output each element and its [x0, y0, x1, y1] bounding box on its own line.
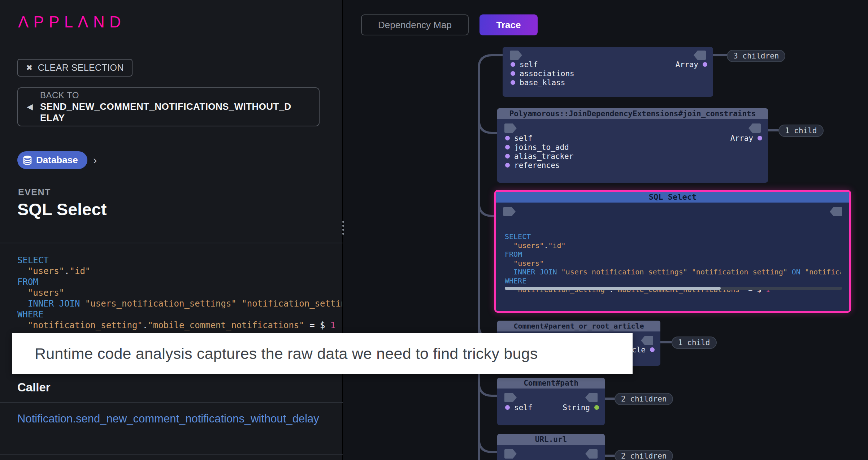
children-badge[interactable]: 2 children [615, 393, 673, 405]
sql-scrollbar-thumb[interactable] [505, 287, 721, 290]
return-type-label: String [563, 403, 590, 412]
param-label: references [514, 161, 560, 170]
param-label: alias_tracker [514, 152, 573, 161]
trace-node-comment-path[interactable]: Comment#path self String [497, 378, 605, 425]
sidebar: ΛPPLΛND ✖ CLEAR SELECTION ◀ BACK TO SEND… [0, 0, 343, 460]
clear-selection-label: CLEAR SELECTION [38, 62, 124, 73]
collapse-right-tag-icon[interactable] [694, 51, 706, 60]
node-header: Comment#path [497, 378, 605, 389]
param-label: base_klass [520, 78, 565, 87]
collapse-right-tag-icon[interactable] [585, 393, 598, 402]
param-label: self [514, 134, 533, 143]
param-dot-icon [505, 154, 510, 159]
divider [0, 454, 343, 455]
appland-logo: ΛPPLΛND [18, 13, 126, 31]
event-label: EVENT [18, 187, 51, 198]
sql-query-text: SELECT "users"."id"FROM "users" INNER JO… [505, 232, 841, 296]
children-badge[interactable]: 1 child [778, 125, 824, 137]
collapse-right-tag-icon[interactable] [585, 449, 598, 459]
param-label: self [520, 60, 538, 69]
collapse-right-tag-icon[interactable] [748, 123, 761, 133]
children-badge[interactable]: 1 child [672, 337, 717, 349]
collapse-left-tag-icon[interactable] [510, 51, 522, 60]
param-dot-icon [505, 405, 510, 410]
param-label: associations [520, 69, 574, 78]
node-header: URL.url [497, 434, 605, 445]
collapse-left-tag-icon[interactable] [503, 207, 516, 216]
return-type-label: Array [676, 60, 698, 69]
return-type-label: Array [730, 134, 753, 143]
param-dot-icon [505, 145, 510, 149]
back-to-target-label: SEND_NEW_COMMENT_NOTIFICATIONS_WITHOUT_D… [40, 101, 293, 123]
node-header: SQL Select [496, 192, 849, 203]
collapse-left-tag-icon[interactable] [504, 123, 517, 133]
param-dot-icon [505, 136, 510, 140]
breadcrumb-chevron-icon: › [93, 153, 97, 167]
back-to-button[interactable]: ◀ BACK TO SEND_NEW_COMMENT_NOTIFICATIONS… [17, 87, 320, 126]
database-pill-label: Database [36, 155, 78, 166]
clear-x-icon: ✖ [26, 63, 33, 73]
param-dot-icon [505, 163, 510, 168]
return-dot-icon [594, 405, 599, 410]
breadcrumb: Database › [17, 151, 97, 169]
trace-node-sql-select-selected[interactable]: SQL Select SELECT "users"."id"FROM "user… [494, 190, 851, 313]
caller-label: Caller [17, 381, 51, 394]
collapse-right-tag-icon[interactable] [641, 336, 653, 345]
return-dot-icon [650, 347, 655, 352]
param-dot-icon [511, 80, 515, 85]
sql-snippet: SELECT "users"."id"FROM "users" INNER JO… [17, 255, 342, 331]
back-arrow-icon: ◀ [27, 102, 33, 112]
children-badge[interactable]: 3 children [727, 50, 785, 62]
back-to-label: BACK TO [40, 90, 293, 100]
divider [0, 243, 343, 243]
trace-node-url-url[interactable]: URL.url [497, 434, 605, 460]
database-icon [23, 155, 32, 165]
sql-scrollbar[interactable] [505, 287, 842, 290]
trace-node-join-constraints[interactable]: Polyamorous::JoinDependencyExtensions#jo… [497, 108, 768, 183]
node-header: Polyamorous::JoinDependencyExtensions#jo… [497, 108, 768, 119]
divider [0, 402, 343, 403]
param-dot-icon [511, 71, 515, 76]
trace-node-clipped-top[interactable]: self Array associations base_klass [503, 47, 713, 97]
node-header: Comment#parent_or_root_article [497, 321, 660, 331]
clear-selection-button[interactable]: ✖ CLEAR SELECTION [17, 59, 133, 77]
caller-link[interactable]: Notification.send_new_comment_notificati… [17, 412, 328, 426]
collapse-left-tag-icon[interactable] [504, 393, 517, 402]
param-label: self [514, 403, 533, 412]
trace-button[interactable]: Trace [479, 14, 538, 35]
param-label: joins_to_add [514, 143, 569, 152]
children-badge[interactable]: 2 children [615, 450, 673, 460]
return-dot-icon [758, 136, 762, 140]
param-dot-icon [511, 62, 515, 67]
collapse-left-tag-icon[interactable] [504, 449, 517, 459]
event-title: SQL Select [17, 199, 107, 219]
caption-text: Runtime code analysis captures the raw d… [35, 345, 538, 363]
panel-resize-handle[interactable] [341, 220, 346, 236]
dependency-map-button[interactable]: Dependency Map [361, 14, 469, 35]
return-dot-icon [703, 62, 707, 67]
collapse-right-tag-icon[interactable] [830, 207, 842, 216]
caption-banner: Runtime code analysis captures the raw d… [12, 333, 633, 374]
database-pill-button[interactable]: Database [17, 151, 87, 169]
